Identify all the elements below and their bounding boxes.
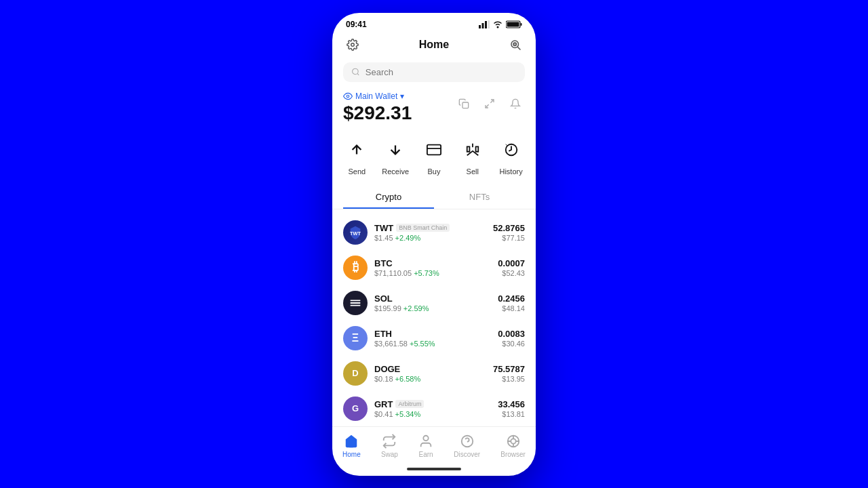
wifi-icon <box>492 20 503 28</box>
twt-amount: 52.8765 <box>493 223 525 233</box>
twt-logo: TWT <box>343 220 368 245</box>
twt-price: $1.45 +2.49% <box>374 234 493 242</box>
btc-amount: 0.0007 <box>498 258 525 268</box>
nav-browser-label: Browser <box>500 451 526 458</box>
expand-button[interactable] <box>480 94 499 113</box>
svg-point-4 <box>497 26 499 28</box>
grt-info: GRT Arbitrum $0.41 +5.34% <box>374 399 498 418</box>
action-buy[interactable]: Buy <box>418 136 450 176</box>
discover-icon <box>460 434 475 449</box>
copy-button[interactable] <box>454 94 473 113</box>
doge-usd: $13.95 <box>493 375 525 383</box>
sol-symbol: SOL <box>374 293 393 304</box>
eth-values: 0.0083 $30.46 <box>498 329 525 348</box>
buy-label: Buy <box>428 167 441 176</box>
history-icon <box>498 136 525 163</box>
svg-point-14 <box>347 95 349 98</box>
btc-price: $71,110.05 +5.73% <box>374 269 498 277</box>
swap-icon <box>382 434 397 449</box>
twt-info: TWT BNB Smart Chain $1.45 +2.49% <box>374 223 493 242</box>
sol-info: SOL $195.99 +2.59% <box>374 293 498 312</box>
sol-price: $195.99 +2.59% <box>374 304 498 312</box>
tab-crypto[interactable]: Crypto <box>343 186 434 209</box>
scan-button[interactable] <box>506 35 525 54</box>
list-item[interactable]: SOL $195.99 +2.59% 0.2456 $48.14 <box>343 285 525 321</box>
settings-button[interactable] <box>343 35 362 54</box>
status-bar: 09:41 <box>332 13 536 33</box>
nav-swap-label: Swap <box>381 451 398 458</box>
btc-info: BTC $71,110.05 +5.73% <box>374 258 498 277</box>
svg-line-13 <box>357 73 359 75</box>
grt-chain: Arbitrum <box>395 400 424 408</box>
grt-symbol: GRT <box>374 399 393 409</box>
svg-point-11 <box>513 43 517 46</box>
svg-line-16 <box>490 100 494 103</box>
list-item[interactable]: TWT TWT BNB Smart Chain $1.45 +2.49% 52.… <box>343 215 525 250</box>
svg-rect-20 <box>427 144 441 155</box>
bell-button[interactable] <box>506 94 525 113</box>
btc-values: 0.0007 $52.43 <box>498 258 525 277</box>
svg-rect-2 <box>485 21 487 28</box>
bottom-nav: Home Swap Earn Discover <box>332 426 536 462</box>
action-send[interactable]: Send <box>340 136 373 176</box>
nav-discover[interactable]: Discover <box>448 432 486 460</box>
wallet-name: Main Wallet <box>355 92 397 101</box>
svg-rect-0 <box>479 25 481 28</box>
home-indicator <box>332 462 536 476</box>
nav-browser[interactable]: Browser <box>495 432 531 460</box>
doge-symbol: DOGE <box>374 364 400 374</box>
send-icon <box>343 136 370 163</box>
crypto-list: TWT TWT BNB Smart Chain $1.45 +2.49% 52.… <box>332 215 536 426</box>
svg-rect-1 <box>482 23 484 28</box>
sell-icon <box>459 136 486 163</box>
nav-swap[interactable]: Swap <box>376 432 403 460</box>
svg-point-28 <box>423 435 428 440</box>
page-title: Home <box>419 39 449 51</box>
sol-amount: 0.2456 <box>498 293 525 304</box>
action-history[interactable]: History <box>495 136 528 176</box>
doge-values: 75.5787 $13.95 <box>493 364 525 383</box>
svg-rect-15 <box>462 102 469 108</box>
nav-discover-label: Discover <box>454 451 480 458</box>
svg-rect-7 <box>507 22 519 26</box>
doge-price: $0.18 +6.58% <box>374 375 493 383</box>
twt-values: 52.8765 $77.15 <box>493 223 525 242</box>
eth-usd: $30.46 <box>498 340 525 348</box>
list-item[interactable]: ₿ BTC $71,110.05 +5.73% 0.0007 $52.43 <box>343 250 525 285</box>
sol-logo <box>343 291 368 315</box>
phone-frame: 09:41 <box>332 13 536 476</box>
svg-point-32 <box>511 439 515 443</box>
grt-amount: 33.456 <box>498 399 525 409</box>
eth-price: $3,661.58 +5.55% <box>374 340 498 348</box>
list-item[interactable]: Ξ ETH $3,661.58 +5.55% 0.0083 $30.46 <box>343 321 525 356</box>
eth-info: ETH $3,661.58 +5.55% <box>374 329 498 348</box>
twt-chain: BNB Smart Chain <box>396 224 450 232</box>
nav-home[interactable]: Home <box>337 432 366 460</box>
list-item[interactable]: D DOGE $0.18 +6.58% 75.5787 $13.95 <box>343 356 525 391</box>
twt-usd: $77.15 <box>493 234 525 242</box>
wallet-selector[interactable]: Main Wallet ▾ <box>343 92 412 101</box>
action-receive[interactable]: Receive <box>379 136 412 176</box>
grt-logo: G <box>343 396 368 421</box>
nav-earn[interactable]: Earn <box>413 432 439 460</box>
svg-line-17 <box>486 104 489 108</box>
sol-usd: $48.14 <box>498 304 525 312</box>
time: 09:41 <box>346 20 367 29</box>
signal-icon <box>479 20 490 28</box>
browser-icon <box>506 434 521 449</box>
send-label: Send <box>349 167 366 176</box>
svg-rect-3 <box>488 20 490 28</box>
battery-icon <box>506 20 522 28</box>
home-bar <box>407 468 461 470</box>
tab-nfts[interactable]: NFTs <box>434 186 525 209</box>
action-sell[interactable]: Sell <box>456 136 489 176</box>
btc-usd: $52.43 <box>498 269 525 277</box>
search-bar[interactable] <box>343 62 525 82</box>
search-input[interactable] <box>366 67 517 77</box>
btc-symbol: BTC <box>374 258 393 268</box>
grt-usd: $13.81 <box>498 410 525 418</box>
svg-point-8 <box>351 43 355 46</box>
list-item[interactable]: G GRT Arbitrum $0.41 +5.34% 33.456 $13.8… <box>343 391 525 426</box>
twt-symbol: TWT <box>374 223 393 233</box>
eth-logo: Ξ <box>343 326 368 350</box>
